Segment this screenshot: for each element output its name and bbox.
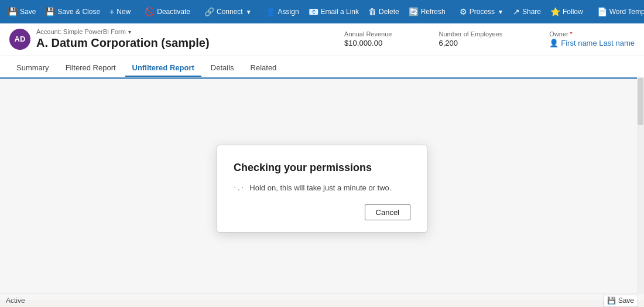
deactivate-icon: 🚫	[145, 7, 155, 16]
modal-title: Checking your permissions	[234, 162, 410, 174]
tab-unfiltered-report[interactable]: Unfiltered Report	[125, 59, 201, 77]
modal-message: Hold on, this will take just a minute or…	[249, 183, 391, 192]
employees-field: Number of Employees 6,200	[439, 30, 502, 47]
save-icon: 💾	[8, 7, 18, 16]
record-header: AD Account: Simple PowerBI Form ▾ A. Dat…	[0, 23, 644, 56]
spinner-icon: ·.·	[234, 182, 245, 193]
connect-icon: 🔗	[204, 7, 214, 16]
form-dropdown-icon[interactable]: ▾	[128, 29, 131, 35]
assign-icon: 👤	[266, 7, 276, 16]
annual-revenue-value: $10,000.00	[344, 39, 392, 47]
email-link-icon: 📧	[309, 7, 318, 16]
tab-related[interactable]: Related	[244, 59, 284, 77]
save-close-icon: 💾	[45, 7, 55, 16]
share-icon: ↗	[513, 7, 520, 16]
word-templates-icon: 📄	[597, 7, 607, 16]
modal-footer: Cancel	[234, 204, 410, 220]
connect-chevron: ▼	[246, 9, 252, 15]
header-row: AD Account: Simple PowerBI Form ▾ A. Dat…	[9, 28, 635, 50]
save-close-button[interactable]: 💾 Save & Close	[41, 5, 104, 19]
owner-label: Owner *	[549, 30, 635, 37]
tab-summary[interactable]: Summary	[9, 59, 56, 77]
process-chevron: ▼	[498, 9, 503, 15]
follow-icon: ⭐	[550, 7, 560, 16]
process-icon: ⚙	[460, 7, 467, 16]
header-fields: Annual Revenue $10,000.00 Number of Empl…	[344, 30, 635, 47]
owner-person-icon: 👤	[549, 39, 559, 47]
owner-required-marker: *	[570, 31, 573, 37]
modal-overlay: Checking your permissions ·.· Hold on, t…	[0, 77, 644, 300]
owner-field: Owner * 👤 First name Last name	[549, 30, 635, 47]
save-button[interactable]: 💾 Save	[4, 5, 40, 19]
owner-value[interactable]: 👤 First name Last name	[549, 39, 635, 47]
new-icon: +	[109, 7, 114, 16]
tabs-bar: Summary Filtered Report Unfiltered Repor…	[0, 56, 644, 77]
toolbar: 💾 Save 💾 Save & Close + New 🚫 Deactivate…	[0, 0, 644, 23]
modal-cancel-button[interactable]: Cancel	[365, 204, 410, 220]
connect-button[interactable]: 🔗 Connect ▼	[200, 5, 256, 19]
form-label-row: Account: Simple PowerBI Form ▾	[36, 28, 210, 35]
delete-button[interactable]: 🗑 Delete	[364, 5, 403, 19]
email-link-button[interactable]: 📧 Email a Link	[304, 5, 363, 19]
refresh-button[interactable]: 🔄 Refresh	[405, 5, 450, 19]
header-left: AD Account: Simple PowerBI Form ▾ A. Dat…	[9, 28, 210, 50]
record-title: A. Datum Corporation (sample)	[36, 36, 210, 50]
employees-label: Number of Employees	[439, 30, 502, 37]
main-content-area: Checking your permissions ·.· Hold on, t…	[0, 77, 644, 300]
process-button[interactable]: ⚙ Process ▼	[455, 5, 508, 19]
tab-details[interactable]: Details	[204, 59, 241, 77]
assign-button[interactable]: 👤 Assign	[262, 5, 303, 19]
form-label: Account: Simple PowerBI Form	[36, 28, 126, 35]
tab-filtered-report[interactable]: Filtered Report	[59, 59, 123, 77]
deactivate-button[interactable]: 🚫 Deactivate	[141, 5, 194, 19]
annual-revenue-label: Annual Revenue	[344, 30, 392, 37]
new-button[interactable]: + New	[105, 5, 135, 19]
permissions-modal: Checking your permissions ·.· Hold on, t…	[217, 145, 427, 233]
avatar: AD	[9, 29, 30, 50]
annual-revenue-field: Annual Revenue $10,000.00	[344, 30, 392, 47]
follow-button[interactable]: ⭐ Follow	[546, 5, 587, 19]
refresh-icon: 🔄	[409, 7, 419, 16]
record-info: Account: Simple PowerBI Form ▾ A. Datum …	[36, 28, 210, 50]
share-button[interactable]: ↗ Share	[509, 5, 545, 19]
employees-value: 6,200	[439, 39, 502, 47]
delete-icon: 🗑	[368, 7, 376, 16]
modal-body: ·.· Hold on, this will take just a minut…	[234, 182, 410, 193]
word-templates-button[interactable]: 📄 Word Templates ▼	[593, 5, 644, 19]
